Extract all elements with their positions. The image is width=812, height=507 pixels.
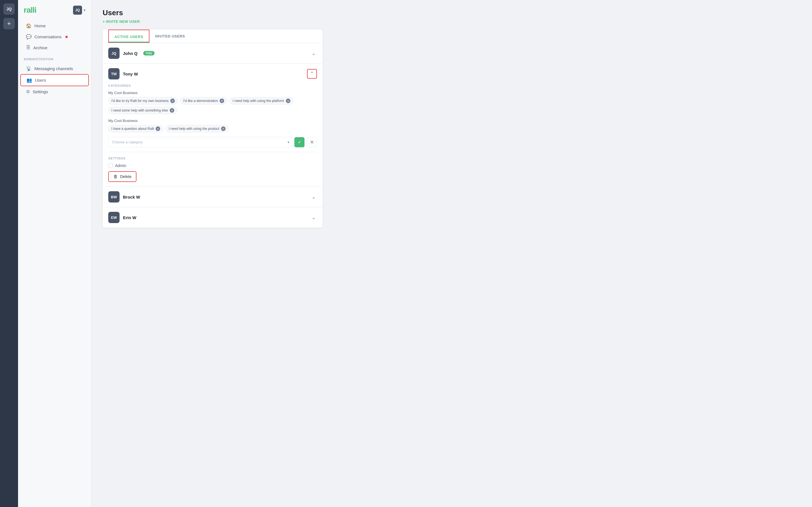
admin-row: Admin — [108, 163, 317, 168]
tag-1-3: I need help with using the platform ✕ — [230, 97, 294, 105]
sidebar-item-archive-label: Archive — [33, 45, 47, 50]
tag-label: I have a question about Ralli — [111, 127, 154, 131]
delete-label: Delete — [120, 174, 132, 179]
sidebar-item-users[interactable]: 👥 Users — [20, 74, 89, 86]
trash-icon: 🗑 — [113, 174, 118, 179]
avatar-bw: BW — [108, 191, 119, 203]
settings-label: SETTINGS — [108, 157, 317, 160]
user-row-header-jq[interactable]: JQ John Q YOU ⌄ — [108, 48, 317, 59]
user-row-jq: JQ John Q YOU ⌄ — [103, 43, 322, 64]
category-group-title-2: My Cool Business — [108, 119, 317, 123]
conversations-icon: 💬 — [26, 34, 32, 40]
remove-tag-2-1[interactable]: ✕ — [156, 126, 160, 131]
remove-tag-2-2[interactable]: ✕ — [221, 126, 225, 131]
user-row-bw: BW Brock W ⌄ — [103, 187, 322, 207]
add-workspace-button[interactable]: + — [3, 18, 15, 29]
category-group-2: My Cool Business I have a question about… — [108, 119, 317, 132]
category-group-title-1: My Cool Business — [108, 91, 317, 95]
tag-label: I'd like a demonstration — [183, 99, 218, 103]
you-badge: YOU — [143, 51, 154, 55]
remove-tag-1-2[interactable]: ✕ — [220, 99, 224, 103]
tag-2-2: I need help with using the product ✕ — [165, 125, 229, 132]
user-info-jq: JQ John Q YOU — [108, 48, 154, 59]
page-title: Users — [103, 8, 801, 17]
avatar-jq: JQ — [108, 48, 119, 59]
settings-section: SETTINGS Admin 🗑 Delete — [108, 157, 317, 182]
sidebar-item-conversations[interactable]: 💬 Conversations — [20, 31, 89, 42]
sidebar-item-settings-label: Settings — [33, 89, 48, 94]
expand-bw-button[interactable]: ⌄ — [310, 193, 317, 201]
category-select[interactable]: Choose a category — [108, 137, 292, 147]
sidebar-item-archive[interactable]: 🗄 Archive — [20, 42, 89, 53]
tags-row-2: I have a question about Ralli ✕ I need h… — [108, 125, 317, 132]
sidebar-item-home-label: Home — [35, 23, 46, 28]
remove-tag-1-3[interactable]: ✕ — [286, 99, 290, 103]
expand-jq-button[interactable]: ⌄ — [310, 49, 317, 57]
delete-user-button[interactable]: 🗑 Delete — [108, 171, 137, 182]
user-row-header-tw[interactable]: TW Tony W ⌃ — [108, 68, 317, 79]
tabs-row: ACTIVE USERS INVITED USERS — [103, 30, 322, 43]
unread-dot — [65, 36, 68, 38]
user-row-header-ew[interactable]: EW Erin W ⌄ — [108, 212, 317, 223]
user-name-bw: Brock W — [123, 194, 140, 200]
admin-section-label: ADMINISTRATION — [18, 53, 91, 63]
sidebar-item-settings[interactable]: ⚙ Settings — [20, 86, 89, 97]
tag-label: I need help with using the platform — [233, 99, 284, 103]
category-select-row: Choose a category ▾ ✓ ✕ — [108, 137, 317, 147]
tag-1-4: I need some help with something else ✕ — [108, 107, 177, 114]
users-card: ACTIVE USERS INVITED USERS JQ John Q YOU… — [103, 30, 322, 228]
tab-active-users[interactable]: ACTIVE USERS — [108, 30, 149, 43]
tony-expanded-content: CATEGORIES My Cool Business I'd like to … — [108, 79, 317, 182]
settings-icon: ⚙ — [26, 89, 30, 94]
user-info-bw: BW Brock W — [108, 191, 140, 203]
tags-row-1: I'd like to try Ralli for my own busines… — [108, 97, 317, 114]
tag-1-1: I'd like to try Ralli for my own busines… — [108, 97, 178, 105]
sidebar-item-home[interactable]: 🏠 Home — [20, 20, 89, 31]
messaging-channels-icon: 📡 — [26, 66, 32, 71]
user-info-ew: EW Erin W — [108, 212, 137, 223]
expand-ew-button[interactable]: ⌄ — [310, 213, 317, 222]
chevron-down-icon: ▾ — [84, 8, 86, 12]
admin-checkbox[interactable] — [108, 163, 113, 168]
user-row-ew: EW Erin W ⌄ — [103, 207, 322, 228]
main-content: Users + INVITE NEW USER ACTIVE USERS INV… — [91, 0, 812, 507]
home-icon: 🏠 — [26, 23, 32, 29]
sidebar-item-users-label: Users — [35, 78, 46, 82]
nav-sidebar: ralli JQ ▾ 🏠 Home 💬 Conversations 🗄 Arch… — [18, 0, 91, 507]
logo-area: ralli JQ ▾ — [18, 6, 91, 20]
category-group-1: My Cool Business I'd like to try Ralli f… — [108, 91, 317, 114]
user-avatar-dark[interactable]: JQ — [3, 3, 15, 15]
collapse-tw-button[interactable]: ⌃ — [307, 69, 317, 78]
invite-new-user-link[interactable]: + INVITE NEW USER — [103, 19, 140, 24]
tag-label: I need help with using the product — [168, 127, 219, 131]
user-name-ew: Erin W — [123, 215, 137, 220]
confirm-category-button[interactable]: ✓ — [294, 137, 305, 147]
category-select-wrap: Choose a category ▾ — [108, 137, 292, 147]
avatar-ew: EW — [108, 212, 119, 223]
sidebar-item-messaging-label: Messaging channels — [35, 66, 73, 71]
user-row-tw: TW Tony W ⌃ CATEGORIES My Cool Business … — [103, 64, 322, 187]
users-icon: 👥 — [27, 77, 32, 83]
avatar-tw: TW — [108, 68, 119, 79]
sidebar-item-conversations-label: Conversations — [35, 34, 61, 39]
categories-label: CATEGORIES — [108, 84, 317, 87]
cancel-category-button[interactable]: ✕ — [307, 137, 317, 147]
nav-user-menu[interactable]: JQ ▾ — [73, 6, 86, 15]
sidebar-item-messaging-channels[interactable]: 📡 Messaging channels — [20, 63, 89, 74]
user-row-header-bw[interactable]: BW Brock W ⌄ — [108, 191, 317, 203]
user-name-jq: John Q — [123, 51, 138, 56]
tag-label: I'd like to try Ralli for my own busines… — [111, 99, 168, 103]
tag-1-2: I'd like a demonstration ✕ — [180, 97, 227, 105]
user-name-tw: Tony W — [123, 71, 138, 76]
tab-invited-users[interactable]: INVITED USERS — [149, 30, 191, 43]
app-logo: ralli — [24, 6, 36, 15]
remove-tag-1-1[interactable]: ✕ — [170, 99, 175, 103]
dark-sidebar: JQ + — [0, 0, 18, 507]
tag-2-1: I have a question about Ralli ✕ — [108, 125, 163, 132]
remove-tag-1-4[interactable]: ✕ — [170, 108, 174, 113]
admin-text: Admin — [115, 163, 126, 168]
user-info-tw: TW Tony W — [108, 68, 138, 79]
archive-icon: 🗄 — [26, 45, 31, 50]
settings-divider — [108, 152, 317, 152]
nav-user-badge: JQ — [73, 6, 82, 15]
